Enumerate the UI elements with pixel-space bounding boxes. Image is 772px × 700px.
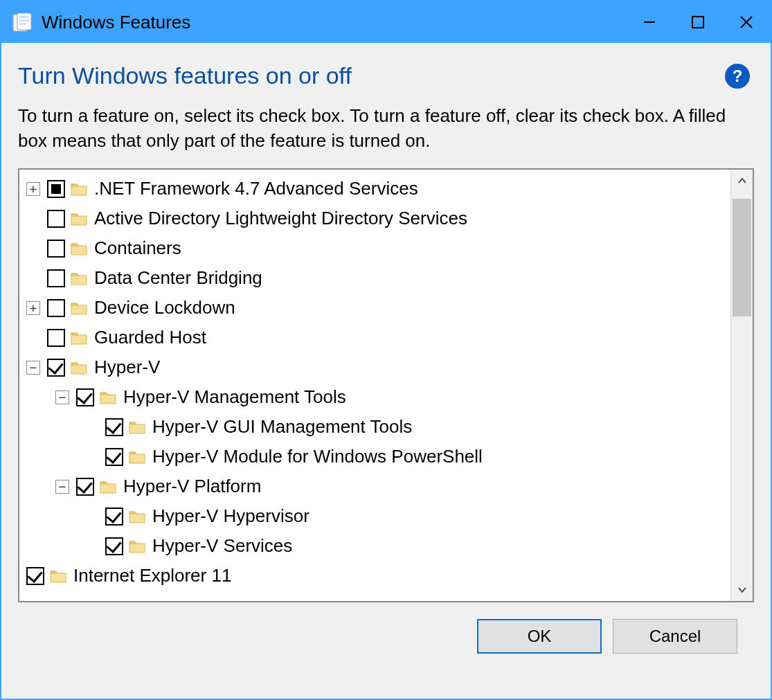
expand-icon[interactable]: + <box>26 182 40 196</box>
feature-tree-panel: +.NET Framework 4.7 Advanced ServicesAct… <box>18 168 754 602</box>
feature-checkbox[interactable] <box>105 537 123 555</box>
folder-icon <box>71 271 87 286</box>
help-button[interactable]: ? <box>725 64 750 89</box>
folder-icon <box>100 479 116 494</box>
feature-checkbox[interactable] <box>105 508 123 526</box>
feature-label: Hyper-V Hypervisor <box>152 501 309 531</box>
expander-placeholder <box>26 242 40 255</box>
feature-checkbox[interactable] <box>26 567 44 585</box>
expander-placeholder <box>84 539 98 553</box>
folder-icon <box>50 568 66 584</box>
close-button[interactable] <box>722 1 771 43</box>
expander-placeholder <box>84 450 98 464</box>
window-buttons <box>625 1 771 43</box>
feature-label: Hyper-V Module for Windows PowerShell <box>152 442 483 472</box>
expander-placeholder <box>84 420 98 434</box>
svg-rect-4 <box>19 23 26 25</box>
folder-icon <box>100 390 116 405</box>
tree-row[interactable]: +Device Lockdown <box>24 293 729 323</box>
feature-label: Hyper-V Services <box>152 531 292 561</box>
app-icon <box>11 11 33 33</box>
feature-label: .NET Framework 4.7 Advanced Services <box>94 174 418 204</box>
tree-row[interactable]: −Hyper-V Platform <box>24 472 729 501</box>
feature-label: Data Center Bridging <box>94 263 262 293</box>
tree-row[interactable]: Hyper-V Services <box>24 531 729 561</box>
svg-rect-3 <box>19 19 29 21</box>
folder-icon <box>71 300 87 316</box>
dialog-button-row: OK Cancel <box>18 602 754 670</box>
feature-checkbox[interactable] <box>47 210 65 228</box>
expander-placeholder <box>26 331 40 345</box>
tree-row[interactable]: Internet Explorer 11 <box>24 561 729 591</box>
title-bar[interactable]: Windows Features <box>1 1 771 43</box>
feature-label: Hyper-V GUI Management Tools <box>152 412 412 442</box>
collapse-icon[interactable]: − <box>26 361 40 375</box>
page-description: To turn a feature on, select its check b… <box>18 103 754 153</box>
feature-checkbox[interactable] <box>47 329 65 347</box>
window-frame: Windows Features Turn Windows features o… <box>0 0 772 700</box>
collapse-icon[interactable]: − <box>55 391 69 404</box>
tree-row[interactable]: Hyper-V GUI Management Tools <box>24 412 729 442</box>
feature-label: Hyper-V Management Tools <box>123 382 346 412</box>
cancel-button[interactable]: Cancel <box>613 619 737 654</box>
feature-label: Hyper-V <box>94 352 160 382</box>
scrollbar[interactable] <box>730 170 753 601</box>
feature-checkbox[interactable] <box>47 240 65 258</box>
tree-row[interactable]: +.NET Framework 4.7 Advanced Services <box>24 174 729 204</box>
feature-checkbox[interactable] <box>47 269 65 287</box>
maximize-button[interactable] <box>674 1 722 43</box>
feature-checkbox[interactable] <box>105 418 123 436</box>
page-heading-row: Turn Windows features on or off ? <box>18 62 754 89</box>
tree-row[interactable]: Containers <box>24 233 729 263</box>
feature-checkbox[interactable] <box>76 478 94 496</box>
folder-icon <box>71 211 87 226</box>
scroll-handle[interactable] <box>733 199 751 316</box>
feature-checkbox[interactable] <box>105 448 123 466</box>
collapse-icon[interactable]: − <box>55 480 69 494</box>
feature-label: Hyper-V Platform <box>123 472 261 501</box>
feature-checkbox[interactable] <box>47 180 65 198</box>
expander-placeholder <box>26 271 40 285</box>
feature-label: Active Directory Lightweight Directory S… <box>94 204 467 233</box>
feature-label: Containers <box>94 233 181 263</box>
tree-row[interactable]: Data Center Bridging <box>24 263 729 293</box>
feature-checkbox[interactable] <box>47 359 65 377</box>
folder-icon <box>71 330 87 345</box>
scroll-down-button[interactable] <box>731 579 753 601</box>
folder-icon <box>129 420 145 435</box>
tree-row[interactable]: Hyper-V Module for Windows PowerShell <box>24 442 729 472</box>
folder-icon <box>71 360 87 375</box>
folder-icon <box>129 509 145 524</box>
feature-checkbox[interactable] <box>47 299 65 317</box>
feature-label: Guarded Host <box>94 323 206 352</box>
feature-tree[interactable]: +.NET Framework 4.7 Advanced ServicesAct… <box>19 170 730 601</box>
page-heading: Turn Windows features on or off <box>18 62 352 89</box>
scroll-track[interactable] <box>731 192 753 579</box>
feature-label: Internet Explorer 11 <box>73 561 231 591</box>
folder-icon <box>71 181 87 197</box>
expander-placeholder <box>84 510 98 523</box>
tree-row[interactable]: −Hyper-V Management Tools <box>24 382 729 412</box>
content-area: Turn Windows features on or off ? To tur… <box>1 43 771 699</box>
tree-row[interactable]: −Hyper-V <box>24 352 729 382</box>
feature-label: Device Lockdown <box>94 293 235 323</box>
ok-button[interactable]: OK <box>477 619 602 654</box>
tree-row[interactable]: Hyper-V Hypervisor <box>24 501 729 531</box>
tree-row[interactable]: Active Directory Lightweight Directory S… <box>24 204 729 233</box>
window-title: Windows Features <box>42 12 625 33</box>
svg-rect-2 <box>19 16 29 18</box>
feature-checkbox[interactable] <box>76 388 94 406</box>
svg-rect-6 <box>692 17 703 28</box>
scroll-up-button[interactable] <box>731 170 753 192</box>
tree-row[interactable]: Guarded Host <box>24 323 729 352</box>
expand-icon[interactable]: + <box>26 301 40 315</box>
folder-icon <box>129 539 145 554</box>
minimize-button[interactable] <box>625 1 674 43</box>
folder-icon <box>129 449 145 465</box>
folder-icon <box>71 241 87 256</box>
expander-placeholder <box>26 212 40 226</box>
